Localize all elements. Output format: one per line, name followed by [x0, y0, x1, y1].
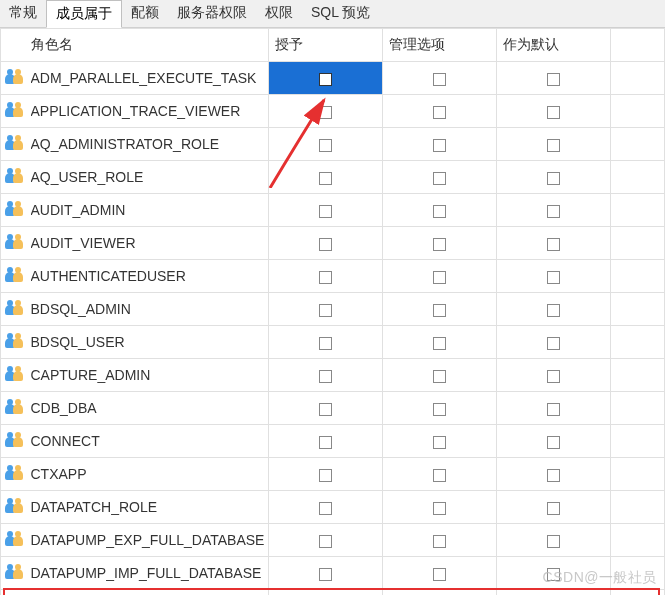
- grant-cell[interactable]: [269, 260, 383, 293]
- grant-cell[interactable]: [269, 194, 383, 227]
- table-row[interactable]: AUTHENTICATEDUSER: [1, 260, 665, 293]
- default-checkbox[interactable]: [547, 304, 560, 317]
- default-cell[interactable]: [497, 491, 611, 524]
- admin-cell[interactable]: [383, 590, 497, 596]
- admin-checkbox[interactable]: [433, 106, 446, 119]
- column-header-admin[interactable]: 管理选项: [383, 29, 497, 62]
- grant-cell[interactable]: [269, 590, 383, 596]
- grant-checkbox[interactable]: [319, 370, 332, 383]
- default-cell[interactable]: [497, 425, 611, 458]
- admin-cell[interactable]: [383, 161, 497, 194]
- tab-server-priv[interactable]: 服务器权限: [168, 0, 256, 27]
- grant-checkbox[interactable]: [319, 139, 332, 152]
- grant-checkbox[interactable]: [319, 106, 332, 119]
- table-row[interactable]: AQ_USER_ROLE: [1, 161, 665, 194]
- default-cell[interactable]: [497, 62, 611, 95]
- table-row[interactable]: DBA: [1, 590, 665, 596]
- grant-cell[interactable]: [269, 293, 383, 326]
- table-row[interactable]: CAPTURE_ADMIN: [1, 359, 665, 392]
- column-header-grant[interactable]: 授予: [269, 29, 383, 62]
- grant-checkbox[interactable]: [319, 502, 332, 515]
- default-checkbox[interactable]: [547, 271, 560, 284]
- default-cell[interactable]: [497, 194, 611, 227]
- table-row[interactable]: APPLICATION_TRACE_VIEWER: [1, 95, 665, 128]
- grant-checkbox[interactable]: [319, 238, 332, 251]
- default-checkbox[interactable]: [547, 106, 560, 119]
- column-header-role-name[interactable]: 角色名: [29, 29, 269, 62]
- admin-cell[interactable]: [383, 425, 497, 458]
- default-cell[interactable]: [497, 260, 611, 293]
- grant-checkbox[interactable]: [319, 436, 332, 449]
- admin-checkbox[interactable]: [433, 370, 446, 383]
- default-cell[interactable]: [497, 359, 611, 392]
- grant-checkbox[interactable]: [319, 403, 332, 416]
- admin-checkbox[interactable]: [433, 238, 446, 251]
- tab-privilege[interactable]: 权限: [256, 0, 302, 27]
- grant-checkbox[interactable]: [319, 304, 332, 317]
- grant-checkbox[interactable]: [319, 337, 332, 350]
- admin-checkbox[interactable]: [433, 304, 446, 317]
- admin-checkbox[interactable]: [433, 172, 446, 185]
- grant-cell[interactable]: [269, 95, 383, 128]
- admin-cell[interactable]: [383, 62, 497, 95]
- table-row[interactable]: DATAPUMP_EXP_FULL_DATABASE: [1, 524, 665, 557]
- table-row[interactable]: BDSQL_USER: [1, 326, 665, 359]
- default-checkbox[interactable]: [547, 436, 560, 449]
- admin-cell[interactable]: [383, 326, 497, 359]
- default-checkbox[interactable]: [547, 535, 560, 548]
- grant-checkbox[interactable]: [319, 271, 332, 284]
- admin-checkbox[interactable]: [433, 139, 446, 152]
- admin-cell[interactable]: [383, 557, 497, 590]
- default-checkbox[interactable]: [547, 403, 560, 416]
- grant-checkbox[interactable]: [319, 205, 332, 218]
- admin-checkbox[interactable]: [433, 469, 446, 482]
- admin-checkbox[interactable]: [433, 73, 446, 86]
- table-row[interactable]: DATAPATCH_ROLE: [1, 491, 665, 524]
- default-cell[interactable]: [497, 95, 611, 128]
- default-cell[interactable]: [497, 293, 611, 326]
- default-checkbox[interactable]: [547, 238, 560, 251]
- table-row[interactable]: BDSQL_ADMIN: [1, 293, 665, 326]
- grant-checkbox[interactable]: [319, 73, 332, 86]
- admin-cell[interactable]: [383, 359, 497, 392]
- tab-quota[interactable]: 配额: [122, 0, 168, 27]
- default-cell[interactable]: [497, 590, 611, 596]
- tab-member-of[interactable]: 成员属于: [46, 0, 122, 28]
- default-cell[interactable]: [497, 524, 611, 557]
- default-cell[interactable]: [497, 458, 611, 491]
- grant-checkbox[interactable]: [319, 172, 332, 185]
- default-cell[interactable]: [497, 326, 611, 359]
- grant-checkbox[interactable]: [319, 469, 332, 482]
- default-cell[interactable]: [497, 161, 611, 194]
- admin-cell[interactable]: [383, 95, 497, 128]
- admin-cell[interactable]: [383, 524, 497, 557]
- tab-general[interactable]: 常规: [0, 0, 46, 27]
- table-row[interactable]: CTXAPP: [1, 458, 665, 491]
- grant-cell[interactable]: [269, 491, 383, 524]
- default-checkbox[interactable]: [547, 205, 560, 218]
- default-checkbox[interactable]: [547, 370, 560, 383]
- table-row[interactable]: CONNECT: [1, 425, 665, 458]
- admin-cell[interactable]: [383, 194, 497, 227]
- admin-checkbox[interactable]: [433, 205, 446, 218]
- admin-cell[interactable]: [383, 227, 497, 260]
- table-row[interactable]: AQ_ADMINISTRATOR_ROLE: [1, 128, 665, 161]
- table-row[interactable]: ADM_PARALLEL_EXECUTE_TASK: [1, 62, 665, 95]
- admin-checkbox[interactable]: [433, 535, 446, 548]
- grant-cell[interactable]: [269, 227, 383, 260]
- grant-cell[interactable]: [269, 359, 383, 392]
- grant-cell[interactable]: [269, 128, 383, 161]
- grant-cell[interactable]: [269, 392, 383, 425]
- default-checkbox[interactable]: [547, 337, 560, 350]
- admin-cell[interactable]: [383, 392, 497, 425]
- default-cell[interactable]: [497, 392, 611, 425]
- admin-checkbox[interactable]: [433, 403, 446, 416]
- admin-checkbox[interactable]: [433, 436, 446, 449]
- admin-cell[interactable]: [383, 260, 497, 293]
- grant-checkbox[interactable]: [319, 535, 332, 548]
- default-checkbox[interactable]: [547, 502, 560, 515]
- grant-cell[interactable]: [269, 425, 383, 458]
- default-checkbox[interactable]: [547, 469, 560, 482]
- table-row[interactable]: AUDIT_ADMIN: [1, 194, 665, 227]
- grant-cell[interactable]: [269, 458, 383, 491]
